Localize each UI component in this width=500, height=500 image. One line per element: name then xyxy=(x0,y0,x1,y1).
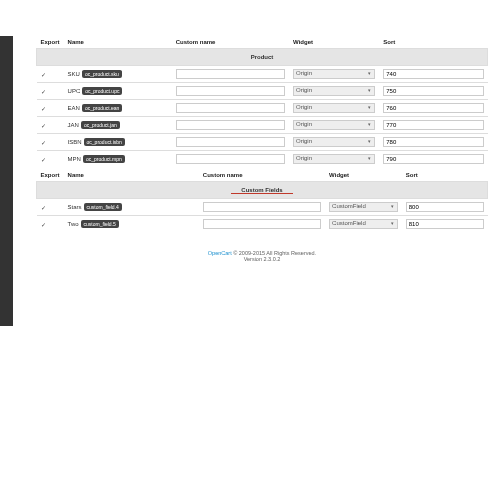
widget-select[interactable]: CustomField xyxy=(329,219,398,229)
field-label: EAN xyxy=(68,105,80,111)
custom-name-input[interactable] xyxy=(176,69,285,79)
header-widget: Widget xyxy=(289,36,379,49)
sort-input[interactable] xyxy=(383,154,483,164)
header-sort: Sort xyxy=(379,36,487,49)
field-label: JAN xyxy=(68,122,79,128)
export-checkbox[interactable]: ✓ xyxy=(41,106,46,112)
field-label: ISBN xyxy=(68,139,82,145)
header-sort: Sort xyxy=(402,169,488,182)
widget-select[interactable]: Origin xyxy=(293,154,375,164)
custom-name-input[interactable] xyxy=(203,202,321,212)
footer: OpenCart © 2009-2015 All Rights Reserved… xyxy=(36,250,488,262)
custom-name-input[interactable] xyxy=(176,103,285,113)
section-custom-fields: Custom Fields xyxy=(37,182,488,199)
header-custom-name: Custom name xyxy=(199,169,325,182)
widget-select[interactable]: Origin xyxy=(293,137,375,147)
sort-input[interactable] xyxy=(406,202,484,212)
custom-name-input[interactable] xyxy=(176,120,285,130)
custom-name-input[interactable] xyxy=(176,86,285,96)
sort-input[interactable] xyxy=(383,103,483,113)
sort-input[interactable] xyxy=(383,137,483,147)
header-export: Export xyxy=(37,169,64,182)
product-row: ✓UPCoc_product.upcOrigin xyxy=(37,83,488,100)
header-widget: Widget xyxy=(325,169,402,182)
header-name: Name xyxy=(64,36,172,49)
field-label: SKU xyxy=(68,71,80,77)
sort-input[interactable] xyxy=(383,69,483,79)
field-label: UPC xyxy=(68,88,81,94)
custom-name-input[interactable] xyxy=(176,137,285,147)
product-row: ✓EANoc_product.eanOrigin xyxy=(37,100,488,117)
header-name: Name xyxy=(64,169,199,182)
footer-version: Version 2.3.0.2 xyxy=(36,256,488,262)
field-tag: oc_product.upc xyxy=(82,87,122,95)
table-header-row: Export Name Custom name Widget Sort xyxy=(37,36,488,49)
field-tag: custom_field.5 xyxy=(81,220,119,228)
footer-brand-link[interactable]: OpenCart xyxy=(208,250,232,256)
field-tag: oc_product.mpn xyxy=(83,155,125,163)
sort-input[interactable] xyxy=(383,86,483,96)
product-row: ✓SKUoc_product.skuOrigin xyxy=(37,66,488,83)
product-row: ✓JANoc_product.janOrigin xyxy=(37,117,488,134)
product-table: Export Name Custom name Widget Sort Prod… xyxy=(36,36,488,167)
header-export: Export xyxy=(37,36,64,49)
product-row: ✓MPNoc_product.mpnOrigin xyxy=(37,151,488,168)
table-header-row: Export Name Custom name Widget Sort xyxy=(37,169,488,182)
export-checkbox[interactable]: ✓ xyxy=(41,123,46,129)
widget-select[interactable]: Origin xyxy=(293,86,375,96)
export-checkbox[interactable]: ✓ xyxy=(41,157,46,163)
custom-name-input[interactable] xyxy=(176,154,285,164)
field-tag: oc_product.jan xyxy=(81,121,120,129)
field-label: MPN xyxy=(68,156,81,162)
widget-select[interactable]: Origin xyxy=(293,69,375,79)
widget-select[interactable]: Origin xyxy=(293,120,375,130)
custom-field-row: ✓Twocustom_field.5CustomField xyxy=(37,216,488,233)
export-checkbox[interactable]: ✓ xyxy=(41,222,46,228)
export-checkbox[interactable]: ✓ xyxy=(41,140,46,146)
main-content: Export Name Custom name Widget Sort Prod… xyxy=(36,36,488,262)
section-custom-fields-label: Custom Fields xyxy=(241,187,282,193)
sort-input[interactable] xyxy=(383,120,483,130)
field-tag: custom_field.4 xyxy=(84,203,122,211)
sort-input[interactable] xyxy=(406,219,484,229)
custom-name-input[interactable] xyxy=(203,219,321,229)
widget-select[interactable]: CustomField xyxy=(329,202,398,212)
section-product-label: Product xyxy=(251,54,274,60)
field-label: Stars xyxy=(68,204,82,210)
field-tag: oc_product.sku xyxy=(82,70,122,78)
field-tag: oc_product.ean xyxy=(82,104,122,112)
custom-fields-table: Export Name Custom name Widget Sort Cust… xyxy=(36,169,488,232)
product-row: ✓ISBNoc_product.isbnOrigin xyxy=(37,134,488,151)
field-label: Two xyxy=(68,221,79,227)
export-checkbox[interactable]: ✓ xyxy=(41,205,46,211)
admin-sidebar xyxy=(0,36,13,326)
field-tag: oc_product.isbn xyxy=(84,138,125,146)
section-product: Product xyxy=(37,49,488,66)
export-checkbox[interactable]: ✓ xyxy=(41,72,46,78)
widget-select[interactable]: Origin xyxy=(293,103,375,113)
header-custom-name: Custom name xyxy=(172,36,289,49)
custom-field-row: ✓Starscustom_field.4CustomField xyxy=(37,199,488,216)
export-checkbox[interactable]: ✓ xyxy=(41,89,46,95)
